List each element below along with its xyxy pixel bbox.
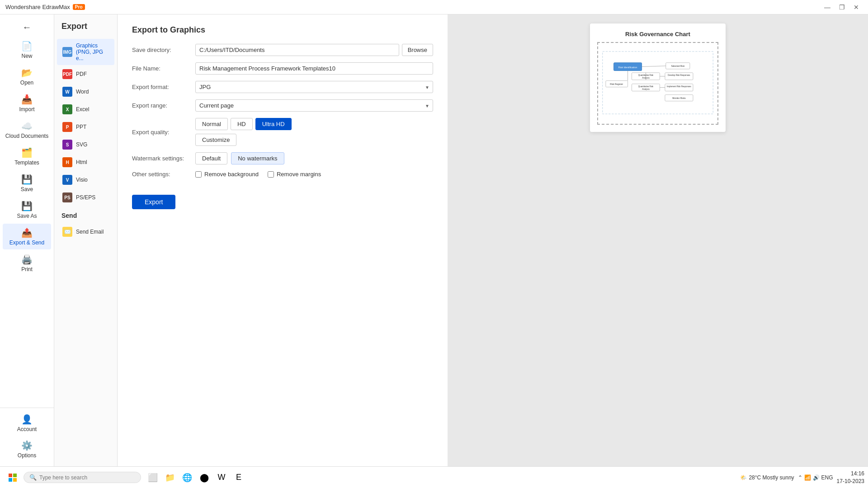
sidebar-item-templates[interactable]: 🗂️ Templates — [3, 144, 51, 169]
sidebar-item-back[interactable]: ← — [3, 19, 51, 36]
other-settings-label: Other settings: — [132, 171, 195, 178]
clock[interactable]: 14:16 17-10-2023 — [837, 470, 864, 485]
preview-area: Risk Governance Chart Risk Identificatio… — [448, 14, 868, 466]
sidebar-item-options[interactable]: ⚙️ Options — [3, 436, 51, 462]
export-range-control: Current page All pages Selected pages ▼ — [195, 99, 433, 112]
sidebar-item-export-label: Export & Send — [9, 239, 44, 246]
email-icon: ✉️ — [62, 227, 72, 237]
sidebar-item-options-label: Options — [18, 452, 36, 459]
edge-button[interactable]: 🌐 — [179, 469, 195, 486]
quality-hd-button[interactable]: HD — [231, 118, 253, 130]
format-word-label: Word — [76, 89, 89, 95]
chrome-button[interactable]: ⬤ — [196, 469, 212, 486]
sidebar-item-cloud[interactable]: ☁️ Cloud Documents — [3, 117, 51, 143]
send-email-label: Send Email — [76, 229, 104, 235]
word-button[interactable]: W — [213, 469, 230, 486]
app-title: Wondershare EdrawMax Pro — [5, 4, 85, 10]
network-icon[interactable]: 📶 — [804, 474, 811, 481]
watermark-default-button[interactable]: Default — [195, 152, 227, 164]
sidebar-item-save-label: Save — [21, 186, 33, 192]
browse-button[interactable]: Browse — [402, 44, 433, 56]
app-name: Wondershare EdrawMax — [5, 4, 70, 10]
taskbar-search[interactable]: 🔍 — [24, 472, 141, 483]
format-visio-label: Visio — [76, 177, 88, 183]
format-sidebar: Export IMG Graphics (PNG, JPG e... PDF P… — [54, 14, 118, 466]
format-item-graphics[interactable]: IMG Graphics (PNG, JPG e... — [57, 39, 114, 65]
other-settings-control: Remove background Remove margins — [195, 171, 433, 178]
remove-margins-item[interactable]: Remove margins — [268, 171, 321, 178]
format-graphics-label: Graphics (PNG, JPG e... — [76, 42, 109, 61]
quality-ultrahd-button[interactable]: Ultra HD — [255, 118, 292, 130]
svg-text:Risk Identification: Risk Identification — [618, 66, 637, 69]
taskbar-search-input[interactable] — [39, 474, 135, 481]
format-pseps-label: PS/EPS — [76, 194, 95, 201]
minimize-button[interactable]: — — [821, 1, 834, 14]
export-format-row: Export format: JPG PNG BMP GIF TIFF ▼ — [132, 81, 433, 93]
format-item-word[interactable]: W Word — [57, 83, 114, 100]
format-svg-label: SVG — [76, 141, 87, 148]
volume-icon[interactable]: 🔊 — [813, 474, 820, 481]
format-item-excel[interactable]: X Excel — [57, 101, 114, 118]
new-icon: 📄 — [21, 41, 33, 52]
sidebar-item-export[interactable]: 📤 Export & Send — [3, 224, 51, 249]
format-ppt-label: PPT — [76, 124, 86, 130]
sidebar-item-save[interactable]: 💾 Save — [3, 170, 51, 196]
sidebar: ← 📄 New 📂 Open 📥 Import ☁️ Cloud Documen… — [0, 14, 54, 466]
svg-text:Monitor Risks: Monitor Risks — [672, 97, 686, 99]
sidebar-item-new[interactable]: 📄 New — [3, 37, 51, 63]
date-display: 17-10-2023 — [837, 478, 864, 485]
format-item-html[interactable]: H Html — [57, 154, 114, 171]
customize-button[interactable]: Customize — [195, 134, 236, 146]
saveas-icon: 💾 — [21, 201, 33, 211]
restore-button[interactable]: ❐ — [835, 1, 848, 14]
pseps-icon: PS — [62, 192, 72, 202]
print-icon: 🖨️ — [21, 254, 33, 265]
account-icon: 👤 — [21, 414, 33, 425]
sidebar-item-cloud-label: Cloud Documents — [5, 133, 48, 139]
remove-background-checkbox[interactable] — [195, 171, 202, 178]
save-directory-input[interactable] — [195, 44, 399, 56]
remove-background-item[interactable]: Remove background — [195, 171, 259, 178]
edraw-button[interactable]: E — [231, 469, 247, 486]
sidebar-item-print[interactable]: 🖨️ Print — [3, 250, 51, 276]
file-name-input[interactable] — [195, 62, 433, 75]
watermark-label: Watermark settings: — [132, 155, 195, 162]
templates-icon: 🗂️ — [21, 147, 33, 158]
export-button[interactable]: Export — [132, 195, 175, 209]
svg-rect-27 — [13, 478, 17, 482]
tray-up-arrow[interactable]: ⌃ — [798, 474, 802, 481]
format-item-ppt[interactable]: P PPT — [57, 118, 114, 136]
send-item-email[interactable]: ✉️ Send Email — [57, 223, 114, 240]
pdf-icon: PDF — [62, 69, 72, 79]
export-format-select[interactable]: JPG PNG BMP GIF TIFF — [195, 81, 433, 93]
close-button[interactable]: ✕ — [850, 1, 863, 14]
format-html-label: Html — [76, 159, 87, 165]
format-pdf-label: PDF — [76, 71, 87, 77]
taskview-button[interactable]: ⬜ — [145, 469, 161, 486]
format-item-svg[interactable]: S SVG — [57, 136, 114, 153]
quality-normal-button[interactable]: Normal — [195, 118, 228, 130]
content-area: Export to Graphics Save directory: Brows… — [118, 14, 868, 466]
sidebar-item-templates-label: Templates — [14, 160, 39, 166]
export-range-select[interactable]: Current page All pages Selected pages — [195, 99, 433, 112]
cloud-icon: ☁️ — [21, 121, 33, 131]
sidebar-item-account[interactable]: 👤 Account — [3, 410, 51, 436]
format-item-visio[interactable]: V Visio — [57, 171, 114, 188]
svg-rect-26 — [9, 478, 12, 482]
remove-margins-checkbox[interactable] — [268, 171, 274, 178]
pro-badge: Pro — [73, 4, 85, 10]
sidebar-item-import[interactable]: 📥 Import — [3, 90, 51, 116]
format-item-pdf[interactable]: PDF PDF — [57, 66, 114, 83]
ppt-icon: P — [62, 122, 72, 132]
sidebar-item-open[interactable]: 📂 Open — [3, 64, 51, 89]
start-button[interactable] — [4, 469, 22, 487]
file-explorer-button[interactable]: 📁 — [162, 469, 178, 486]
remove-margins-label: Remove margins — [277, 171, 321, 178]
file-name-row: File Name: — [132, 62, 433, 75]
file-name-control — [195, 62, 433, 75]
sidebar-item-saveas[interactable]: 💾 Save As — [3, 197, 51, 223]
format-item-pseps[interactable]: PS PS/EPS — [57, 189, 114, 206]
svg-rect-25 — [13, 474, 17, 477]
watermark-none-button[interactable]: No watermarks — [231, 152, 284, 164]
save-directory-label: Save directory: — [132, 47, 195, 53]
